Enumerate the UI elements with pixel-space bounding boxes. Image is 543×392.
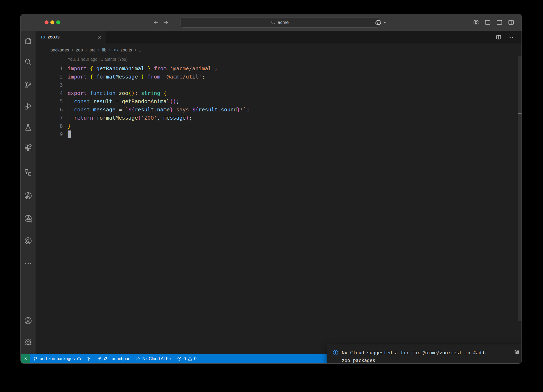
code-line[interactable]: 7 return formatMessage('ZOO', message); [36, 114, 516, 122]
code-text: import { getRandomAnimal } from '@acme/a… [68, 65, 218, 72]
code-line[interactable]: 1import { getRandomAnimal } from '@acme/… [36, 64, 516, 72]
circle-graph-icon [24, 192, 32, 200]
tab-zoo-ts[interactable]: TS zoo.ts [36, 31, 106, 43]
notification-actions [514, 349, 522, 363]
status-item-git-graph[interactable] [87, 356, 91, 361]
code-line[interactable]: 2import { formatMessage } from '@acme/ut… [36, 72, 516, 81]
go-forward-button[interactable] [163, 19, 169, 26]
breadcrumb-item[interactable]: lib [102, 47, 107, 53]
activity-item-custom-explorer[interactable] [24, 168, 32, 176]
status-item-nx-cloud-ai-fix[interactable]: Nx Cloud AI Fix [136, 356, 172, 361]
activity-item-accounts[interactable] [24, 317, 32, 325]
plug-icon [103, 356, 108, 361]
breadcrumb-item[interactable]: src [90, 47, 95, 53]
close-tab-icon[interactable] [97, 35, 102, 40]
zoom-window-button[interactable] [56, 20, 60, 24]
status-item-label: 0 [183, 356, 186, 361]
line-number: 8 [36, 123, 63, 129]
cloud-upload-icon [77, 356, 81, 361]
circle-graph-search-icon [24, 215, 32, 223]
code-editor[interactable]: You, 1 hour ago | 1 author (You) 1import… [36, 56, 522, 354]
activity-item-source-control[interactable] [24, 81, 32, 89]
warning-triangle-icon [188, 356, 192, 361]
breadcrumb-separator-icon: › [72, 47, 73, 52]
code-text: } [68, 123, 71, 129]
breadcrumb-symbol-tail[interactable]: ... [139, 47, 143, 53]
line-number: 1 [36, 66, 63, 71]
status-item-label: Nx Cloud AI Fix [142, 356, 172, 361]
toggle-secondary-sidebar-button[interactable] [508, 19, 514, 25]
minimize-window-button[interactable] [50, 20, 54, 24]
rocket-icon [97, 356, 101, 361]
status-item-label: Launchpad [110, 356, 130, 361]
git-blame-annotation: You, 1 hour ago | 1 author (You) [68, 57, 128, 62]
close-window-button[interactable] [45, 20, 49, 24]
status-item-label: add-zoo-packages [40, 356, 75, 361]
org-chart-icon [24, 168, 32, 176]
go-back-button[interactable] [153, 19, 159, 26]
layout-controls [473, 14, 514, 31]
more-actions-button[interactable] [508, 34, 514, 40]
toggle-primary-sidebar-button[interactable] [485, 19, 491, 25]
typescript-file-icon: TS [113, 48, 118, 52]
code-line[interactable]: 9 [36, 130, 516, 138]
editor-actions [496, 31, 522, 43]
code-text: const result = getRandomAnimal(); [68, 98, 179, 104]
activity-item-run-and-debug[interactable] [24, 102, 32, 110]
code-text [68, 130, 71, 138]
activity-item-additional-views[interactable] [24, 259, 32, 267]
status-item-launchpad[interactable]: Launchpad [97, 356, 130, 361]
gear-icon [514, 349, 520, 355]
info-icon [332, 350, 339, 363]
editor-group: TS zoo.ts packages›zoo›src›lib›TSzoo.ts›… [36, 31, 522, 354]
command-center-search[interactable]: acme [181, 17, 379, 28]
notification-settings-button[interactable] [514, 349, 520, 363]
activity-item-edge-tools[interactable] [24, 237, 32, 245]
copilot-menu[interactable] [375, 14, 387, 31]
typescript-file-icon: TS [40, 35, 45, 39]
breadcrumb-item[interactable]: zoo [76, 47, 83, 53]
panel-right-icon [508, 19, 514, 25]
ellipsis-icon [24, 259, 32, 267]
beaker-icon [24, 123, 32, 131]
remote-icon [23, 356, 28, 361]
activity-item-graph-search[interactable] [24, 215, 32, 223]
customize-layout-button[interactable] [473, 19, 479, 25]
code-line[interactable]: 6 const message = `${result.name} says $… [36, 105, 516, 114]
split-editor-button[interactable] [496, 34, 501, 40]
status-item-label: 0 [194, 356, 196, 361]
traffic-lights [45, 14, 60, 31]
remote-indicator[interactable] [21, 354, 30, 363]
files-icon [24, 37, 32, 45]
toggle-panel-button[interactable] [496, 19, 502, 25]
breadcrumb: packages›zoo›src›lib›TSzoo.ts›... [36, 43, 522, 56]
code-lines: 1import { getRandomAnimal } from '@acme/… [36, 64, 516, 138]
activity-item-project-graph[interactable] [24, 192, 32, 200]
git-branch-icon [33, 356, 38, 361]
close-icon [97, 35, 102, 40]
debug-icon [24, 102, 32, 110]
edge-icon [24, 237, 32, 245]
code-line[interactable]: 8} [36, 122, 516, 130]
line-number: 5 [36, 98, 63, 104]
breadcrumb-item[interactable]: packages [50, 47, 69, 53]
activity-item-extensions[interactable] [24, 144, 32, 152]
status-item-branch[interactable]: add-zoo-packages [33, 356, 81, 361]
vertical-scrollbar[interactable] [518, 56, 522, 321]
search-icon [271, 20, 275, 25]
status-item-problems[interactable]: 00 [177, 356, 196, 361]
vscode-window: acme TS zoo.ts packages›zoo›src›lib›TSzo… [21, 14, 522, 363]
activity-item-search[interactable] [24, 58, 32, 66]
breadcrumb-item-file[interactable]: zoo.ts [120, 47, 132, 53]
code-line[interactable]: 5 const result = getRandomAnimal(); [36, 97, 516, 105]
overview-ruler-cursor-marker [518, 113, 522, 114]
code-line[interactable]: 3 [36, 81, 516, 89]
activity-item-explorer[interactable] [24, 37, 32, 45]
activity-item-settings[interactable] [24, 338, 32, 346]
gear-icon [24, 338, 32, 346]
git-graph-icon [87, 356, 91, 361]
line-number: 4 [36, 90, 63, 96]
code-line[interactable]: 4export function zoo(): string { [36, 89, 516, 97]
panel-left-icon [485, 19, 491, 25]
activity-item-testing[interactable] [24, 123, 32, 131]
